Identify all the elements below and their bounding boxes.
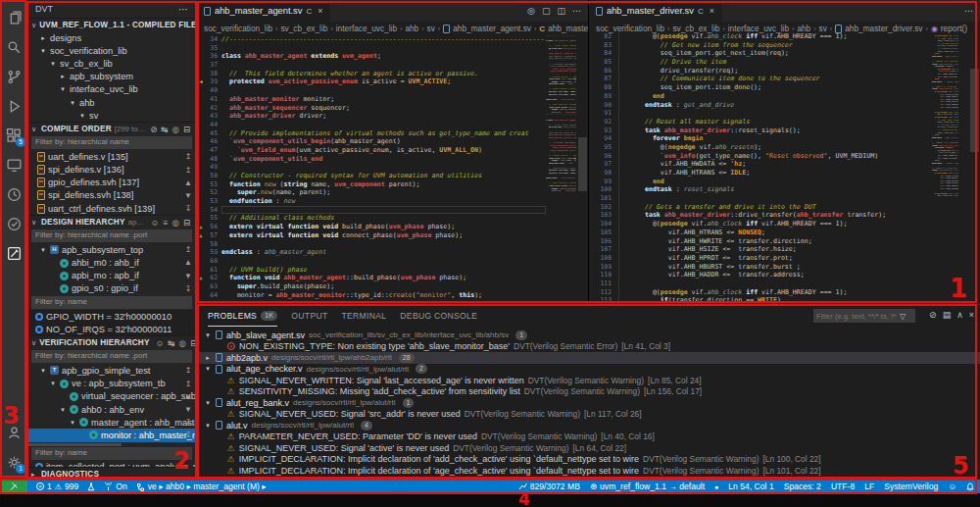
- panel-tab-terminal[interactable]: TERMINAL: [341, 305, 386, 327]
- nav-arrow-icon[interactable]: ↧: [182, 202, 194, 215]
- editor-scrollbar[interactable]: [578, 137, 587, 191]
- nav-arrow-icon[interactable]: ▼: [182, 189, 194, 202]
- breadcrumb-folder[interactable]: sv_cb_ex_lib: [280, 24, 327, 33]
- horizontal-scrollbar[interactable]: [27, 443, 122, 446]
- problem-row[interactable]: ⚠SIGNAL_NEVER_USED: Signal 'active' is n…: [196, 442, 980, 454]
- tab-ahb-master-driver[interactable]: ahb_master_driver.sv C ×: [588, 0, 722, 22]
- hierarchy-icon[interactable]: ≡: [163, 218, 168, 228]
- tree-item[interactable]: ahbi_m0 : ahb_if: [27, 256, 196, 269]
- eol-setting[interactable]: LF: [864, 482, 874, 491]
- more-actions-icon[interactable]: ⋯: [178, 4, 188, 15]
- problems-filter-input[interactable]: [813, 312, 900, 321]
- dvt-build-button[interactable]: [87, 482, 95, 491]
- problem-row[interactable]: ⚠SIGNAL_NEVER_WRITTEN: Signal 'last_acce…: [196, 375, 980, 386]
- nav-arrow-icon[interactable]: ▲: [182, 390, 194, 403]
- problem-file-row[interactable]: ▾ahb_slave_agent.svsoc_verification_lib/…: [196, 330, 980, 341]
- tree-item[interactable]: apbi_mo : apb_if: [27, 270, 196, 282]
- compile-order-item[interactable]: spi_defines.v [136]: [27, 164, 196, 177]
- panel-tab-debug-console[interactable]: DEBUG CONSOLE: [400, 305, 477, 327]
- activity-bar-item-settings-gear[interactable]: 1: [0, 447, 27, 477]
- breadcrumb-symbol[interactable]: ahb_master_agent: [548, 24, 588, 33]
- tree-item[interactable]: monitor : ahb_master_monitor: [27, 429, 196, 441]
- indentation-setting[interactable]: Spaces: 2: [784, 482, 821, 491]
- problem-row[interactable]: ⚠SIGNAL_NEVER_USED: Signal 'src_addr' is…: [196, 409, 980, 421]
- nav-arrow-icon[interactable]: ▲: [182, 256, 194, 269]
- activity-bar-item-dvt-tools[interactable]: [0, 238, 27, 268]
- compile-order-item[interactable]: uart_defines.v [135]: [27, 150, 196, 163]
- nav-arrow-icon[interactable]: ▼: [182, 270, 194, 282]
- nav-arrow-icon[interactable]: ↧: [182, 282, 194, 295]
- activity-bar-item-run-tasks[interactable]: [0, 179, 27, 209]
- nav-arrow-icon[interactable]: ↥: [182, 364, 194, 377]
- nav-arrow-icon[interactable]: ↥: [182, 150, 194, 163]
- locate-icon[interactable]: ◎: [172, 218, 178, 228]
- split-editor-icon[interactable]: ◫: [557, 6, 565, 16]
- more-actions-icon[interactable]: ⋯: [572, 6, 581, 16]
- memory-usage[interactable]: 829/3072 MB: [518, 482, 580, 491]
- user-icon[interactable]: ☺: [156, 338, 165, 348]
- compile-order-header[interactable]: ∨ COMPILE ORDER [299 total, 227 uniqu...…: [27, 122, 196, 135]
- close-icon[interactable]: ×: [710, 6, 714, 16]
- activity-bar-item-accounts[interactable]: [0, 418, 27, 447]
- maximize-panel-icon[interactable]: ∧: [956, 310, 963, 320]
- compile-order-item[interactable]: spi_defines.svh [138]: [27, 189, 196, 202]
- activity-bar-item-extensions[interactable]: 5: [0, 121, 27, 150]
- tree-item[interactable]: ▾ve : apb_subsystem_tb: [27, 378, 196, 390]
- design-params-filter-input[interactable]: Filter by: name: [31, 296, 192, 309]
- breadcrumb-symbol[interactable]: report(): [941, 24, 967, 33]
- activity-bar-item-run-debug[interactable]: [0, 91, 27, 121]
- compile-order-filter-input[interactable]: Filter by: hierarchical name: [31, 136, 192, 149]
- clear-icon[interactable]: ⊘: [150, 125, 157, 134]
- problem-row[interactable]: ×NON_EXISTING_TYPE: Non existing type 'a…: [196, 341, 980, 353]
- close-panel-icon[interactable]: ×: [969, 310, 974, 320]
- verification-hierarchy-header[interactable]: ∨ VERIFICATION HIERARCHY apb_gpio_... ☺↹…: [27, 335, 196, 349]
- language-mode[interactable]: SystemVerilog: [884, 482, 938, 491]
- problem-row[interactable]: ⚠IMPLICIT_DECLARATION: Implicit declarat…: [196, 454, 980, 466]
- order-icon[interactable]: ↹: [161, 125, 168, 134]
- nav-arrow-icon[interactable]: ↥: [182, 164, 194, 177]
- user-icon[interactable]: ☺: [151, 218, 160, 228]
- nav-arrow-icon[interactable]: ↥: [182, 378, 194, 390]
- minimap[interactable]: //--------------------------------------…: [546, 35, 576, 304]
- tree-item[interactable]: ▾interface_uvc_lib: [27, 83, 196, 96]
- code-editor[interactable]: 82 @(posedge vif.ahb_clock iff vif.AHB_H…: [588, 32, 929, 304]
- tree-item[interactable]: ▸apb_subsystem: [27, 71, 196, 83]
- tree-item[interactable]: ▸designs: [27, 31, 196, 44]
- problems-filter[interactable]: ▽: [813, 309, 915, 323]
- tree-item[interactable]: ▾sv_cb_ex_lib: [27, 57, 196, 70]
- tree-item[interactable]: ▾Hapb_subsystem_top: [27, 243, 196, 256]
- close-icon[interactable]: ×: [318, 6, 322, 16]
- diagnostics-header[interactable]: ▸ DIAGNOSTICS: [27, 467, 196, 481]
- locate-icon[interactable]: ◎: [178, 338, 185, 348]
- hierarchy-breadcrumb[interactable]: ve ▸ ahb0 ▸ master_agent (M) ▸: [136, 482, 267, 491]
- run-icon[interactable]: ◎: [527, 6, 535, 16]
- problem-file-row[interactable]: ▸ahb2apb.vdesigns/socv/rtl/rtl_lpw/ahb2a…: [196, 352, 980, 364]
- breadcrumb-file[interactable]: ahb_master_agent.sv: [453, 24, 531, 33]
- feedback-icon[interactable]: ☺: [948, 482, 956, 491]
- nav-arrow-icon[interactable]: ▼: [182, 403, 194, 416]
- tree-item[interactable]: ▾ahb: [27, 96, 196, 109]
- breadcrumb[interactable]: soc_verification_lib›sv_cb_ex_lib›interf…: [196, 22, 588, 35]
- clear-filter-icon[interactable]: ⊘: [929, 310, 937, 320]
- dvt-engine-status[interactable]: On: [104, 482, 126, 491]
- problem-row[interactable]: ⚠PARAMETER_NEVER_USED: Parameter 'DD' is…: [196, 431, 980, 443]
- problem-file-row[interactable]: ▾alut.vdesigns/socv/rtl/rtl_lpw/alut/rtl…: [196, 420, 980, 431]
- breadcrumb-folder[interactable]: interface_uvc_lib: [336, 24, 397, 33]
- ports-filter-input[interactable]: Filter by: name: [31, 447, 192, 460]
- order-icon[interactable]: ↹: [168, 338, 174, 348]
- dvt-server-status[interactable]: [0, 480, 27, 493]
- more-actions-icon[interactable]: ⋯: [964, 6, 973, 16]
- tree-item[interactable]: ▾ahb0 : ahb_env: [27, 403, 196, 416]
- design-hierarchy-filter-input[interactable]: Filter by: hierarchical name .port: [31, 229, 192, 242]
- activity-bar-item-remote-explorer[interactable]: [0, 150, 27, 179]
- tree-item[interactable]: virtual_sequencer : apb_subsystem_virtu: [27, 390, 196, 403]
- project-selector[interactable]: ⊛ uvm_ref_flow_1.1 → default: [590, 482, 705, 491]
- nav-arrow-icon[interactable]: ↧: [182, 416, 194, 429]
- activity-bar-item-source-control[interactable]: [0, 62, 27, 91]
- tree-item[interactable]: ▾soc_verification_lib: [27, 44, 196, 57]
- cursor-position[interactable]: Ln 54, Col 1: [728, 482, 773, 491]
- nav-arrow-icon[interactable]: ↥: [182, 243, 194, 256]
- code-editor[interactable]: 34//------------------------------------…: [196, 35, 546, 304]
- breadcrumb-folder[interactable]: soc_verification_lib: [204, 24, 272, 33]
- editor-scrollbar[interactable]: [970, 69, 979, 152]
